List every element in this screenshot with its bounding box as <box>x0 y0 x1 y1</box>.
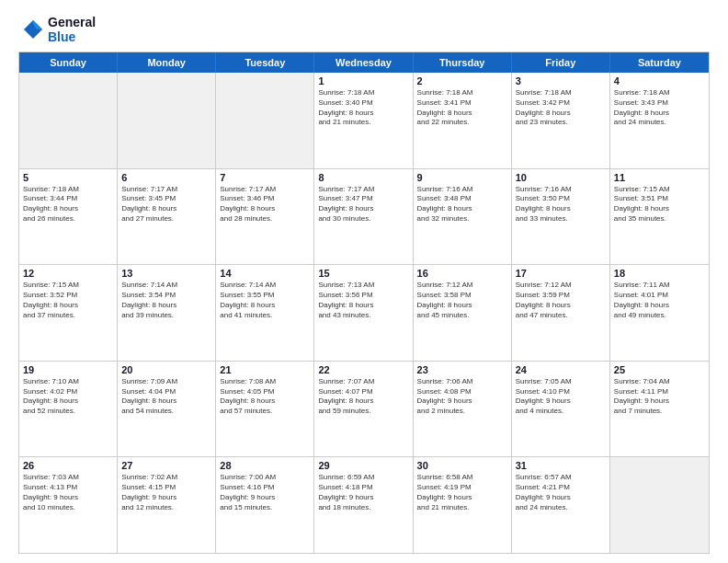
day-number: 20 <box>121 364 211 375</box>
day-cell-7: 7Sunrise: 7:17 AM Sunset: 3:46 PM Daylig… <box>216 169 314 265</box>
day-cell-26: 26Sunrise: 7:03 AM Sunset: 4:13 PM Dayli… <box>19 457 118 553</box>
day-number: 3 <box>516 75 606 86</box>
day-number: 5 <box>23 172 113 183</box>
day-content: Sunrise: 7:03 AM Sunset: 4:13 PM Dayligh… <box>23 473 113 512</box>
day-content: Sunrise: 7:18 AM Sunset: 3:42 PM Dayligh… <box>516 88 606 128</box>
day-number: 17 <box>516 268 606 279</box>
day-content: Sunrise: 7:00 AM Sunset: 4:16 PM Dayligh… <box>220 473 310 512</box>
header-day-monday: Monday <box>118 52 216 73</box>
day-content: Sunrise: 7:12 AM Sunset: 3:58 PM Dayligh… <box>417 281 507 320</box>
day-content: Sunrise: 7:18 AM Sunset: 3:40 PM Dayligh… <box>318 88 408 128</box>
day-cell-28: 28Sunrise: 7:00 AM Sunset: 4:16 PM Dayli… <box>216 457 314 553</box>
day-number: 2 <box>417 75 507 86</box>
day-cell-5: 5Sunrise: 7:18 AM Sunset: 3:44 PM Daylig… <box>19 169 118 265</box>
day-number: 31 <box>516 460 606 471</box>
day-cell-1: 1Sunrise: 7:18 AM Sunset: 3:40 PM Daylig… <box>314 73 413 168</box>
calendar-header: SundayMondayTuesdayWednesdayThursdayFrid… <box>19 52 709 73</box>
day-content: Sunrise: 7:17 AM Sunset: 3:46 PM Dayligh… <box>220 185 310 224</box>
day-cell-15: 15Sunrise: 7:13 AM Sunset: 3:56 PM Dayli… <box>314 265 413 361</box>
day-cell-20: 20Sunrise: 7:09 AM Sunset: 4:04 PM Dayli… <box>118 362 216 457</box>
header-day-tuesday: Tuesday <box>216 52 314 73</box>
day-number: 29 <box>318 460 408 471</box>
day-cell-30: 30Sunrise: 6:58 AM Sunset: 4:19 PM Dayli… <box>414 457 512 553</box>
day-number: 6 <box>121 172 211 183</box>
calendar: SundayMondayTuesdayWednesdayThursdayFrid… <box>18 52 710 554</box>
day-cell-12: 12Sunrise: 7:15 AM Sunset: 3:52 PM Dayli… <box>19 265 118 361</box>
day-number: 16 <box>417 268 507 279</box>
day-cell-16: 16Sunrise: 7:12 AM Sunset: 3:58 PM Dayli… <box>414 265 512 361</box>
day-number: 1 <box>318 75 408 86</box>
empty-cell <box>19 73 118 168</box>
day-number: 19 <box>23 364 113 375</box>
header-day-wednesday: Wednesday <box>314 52 413 73</box>
day-content: Sunrise: 7:13 AM Sunset: 3:56 PM Dayligh… <box>318 281 408 320</box>
day-number: 12 <box>23 268 113 279</box>
day-cell-11: 11Sunrise: 7:15 AM Sunset: 3:51 PM Dayli… <box>610 169 709 265</box>
day-content: Sunrise: 7:09 AM Sunset: 4:04 PM Dayligh… <box>121 377 211 417</box>
day-content: Sunrise: 7:08 AM Sunset: 4:05 PM Dayligh… <box>220 377 310 417</box>
day-content: Sunrise: 7:15 AM Sunset: 3:52 PM Dayligh… <box>23 281 113 320</box>
day-content: Sunrise: 7:17 AM Sunset: 3:45 PM Dayligh… <box>121 185 211 224</box>
day-content: Sunrise: 7:10 AM Sunset: 4:02 PM Dayligh… <box>23 377 113 417</box>
empty-cell <box>118 73 216 168</box>
header-day-friday: Friday <box>512 52 610 73</box>
day-number: 25 <box>614 364 705 375</box>
calendar-body: 1Sunrise: 7:18 AM Sunset: 3:40 PM Daylig… <box>19 73 709 553</box>
day-cell-21: 21Sunrise: 7:08 AM Sunset: 4:05 PM Dayli… <box>216 362 314 457</box>
day-number: 8 <box>318 172 408 183</box>
day-cell-25: 25Sunrise: 7:04 AM Sunset: 4:11 PM Dayli… <box>610 362 709 457</box>
empty-cell <box>216 73 314 168</box>
day-number: 4 <box>614 75 705 86</box>
day-content: Sunrise: 7:18 AM Sunset: 3:41 PM Dayligh… <box>417 88 507 128</box>
day-content: Sunrise: 7:18 AM Sunset: 3:43 PM Dayligh… <box>614 88 705 128</box>
day-content: Sunrise: 7:05 AM Sunset: 4:10 PM Dayligh… <box>516 377 606 417</box>
day-cell-10: 10Sunrise: 7:16 AM Sunset: 3:50 PM Dayli… <box>512 169 610 265</box>
day-number: 15 <box>318 268 408 279</box>
calendar-row-3: 12Sunrise: 7:15 AM Sunset: 3:52 PM Dayli… <box>19 264 709 361</box>
day-content: Sunrise: 6:59 AM Sunset: 4:18 PM Dayligh… <box>318 473 408 512</box>
day-content: Sunrise: 7:12 AM Sunset: 3:59 PM Dayligh… <box>516 281 606 320</box>
day-number: 22 <box>318 364 408 375</box>
calendar-row-4: 19Sunrise: 7:10 AM Sunset: 4:02 PM Dayli… <box>19 361 709 457</box>
logo: General Blue <box>18 15 96 44</box>
empty-cell <box>610 457 709 553</box>
day-cell-4: 4Sunrise: 7:18 AM Sunset: 3:43 PM Daylig… <box>610 73 709 168</box>
day-cell-23: 23Sunrise: 7:06 AM Sunset: 4:08 PM Dayli… <box>414 362 512 457</box>
day-number: 11 <box>614 172 705 183</box>
day-cell-19: 19Sunrise: 7:10 AM Sunset: 4:02 PM Dayli… <box>19 362 118 457</box>
day-cell-2: 2Sunrise: 7:18 AM Sunset: 3:41 PM Daylig… <box>414 73 512 168</box>
day-number: 14 <box>220 268 310 279</box>
day-cell-24: 24Sunrise: 7:05 AM Sunset: 4:10 PM Dayli… <box>512 362 610 457</box>
day-number: 24 <box>516 364 606 375</box>
day-content: Sunrise: 7:14 AM Sunset: 3:54 PM Dayligh… <box>121 281 211 320</box>
day-cell-29: 29Sunrise: 6:59 AM Sunset: 4:18 PM Dayli… <box>314 457 413 553</box>
page: General Blue SundayMondayTuesdayWednesda… <box>0 0 728 563</box>
logo-icon <box>18 17 44 42</box>
day-cell-27: 27Sunrise: 7:02 AM Sunset: 4:15 PM Dayli… <box>118 457 216 553</box>
day-content: Sunrise: 6:57 AM Sunset: 4:21 PM Dayligh… <box>516 473 606 512</box>
day-number: 28 <box>220 460 310 471</box>
day-content: Sunrise: 7:15 AM Sunset: 3:51 PM Dayligh… <box>614 185 705 224</box>
day-content: Sunrise: 7:16 AM Sunset: 3:48 PM Dayligh… <box>417 185 507 224</box>
day-number: 21 <box>220 364 310 375</box>
calendar-row-2: 5Sunrise: 7:18 AM Sunset: 3:44 PM Daylig… <box>19 168 709 265</box>
day-content: Sunrise: 7:02 AM Sunset: 4:15 PM Dayligh… <box>121 473 211 512</box>
day-cell-17: 17Sunrise: 7:12 AM Sunset: 3:59 PM Dayli… <box>512 265 610 361</box>
day-content: Sunrise: 7:18 AM Sunset: 3:44 PM Dayligh… <box>23 185 113 224</box>
day-cell-3: 3Sunrise: 7:18 AM Sunset: 3:42 PM Daylig… <box>512 73 610 168</box>
day-cell-31: 31Sunrise: 6:57 AM Sunset: 4:21 PM Dayli… <box>512 457 610 553</box>
logo-text: General Blue <box>48 15 96 44</box>
header-day-sunday: Sunday <box>19 52 118 73</box>
day-number: 9 <box>417 172 507 183</box>
day-number: 26 <box>23 460 113 471</box>
calendar-row-1: 1Sunrise: 7:18 AM Sunset: 3:40 PM Daylig… <box>19 73 709 168</box>
day-number: 10 <box>516 172 606 183</box>
day-number: 7 <box>220 172 310 183</box>
day-cell-9: 9Sunrise: 7:16 AM Sunset: 3:48 PM Daylig… <box>414 169 512 265</box>
day-cell-8: 8Sunrise: 7:17 AM Sunset: 3:47 PM Daylig… <box>314 169 413 265</box>
day-content: Sunrise: 7:11 AM Sunset: 4:01 PM Dayligh… <box>614 281 705 320</box>
calendar-row-5: 26Sunrise: 7:03 AM Sunset: 4:13 PM Dayli… <box>19 456 709 553</box>
day-number: 27 <box>121 460 211 471</box>
day-content: Sunrise: 7:07 AM Sunset: 4:07 PM Dayligh… <box>318 377 408 417</box>
day-content: Sunrise: 7:17 AM Sunset: 3:47 PM Dayligh… <box>318 185 408 224</box>
